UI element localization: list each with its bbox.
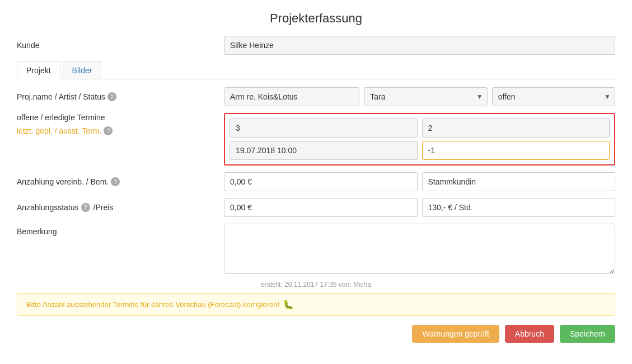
anzahlungsstatus-input[interactable] (224, 198, 418, 217)
artist-select[interactable]: Tara (364, 87, 487, 106)
status-select-wrapper: offen in Bearbeitung abgeschlossen ▼ (492, 87, 615, 106)
bug-icon: 🐛 (283, 299, 294, 310)
kunde-label: Kunde (17, 41, 224, 50)
warning-banner: Bitte Anzahl ausstehender Termine für Ja… (17, 293, 615, 316)
letzt-term-row (230, 141, 610, 160)
status-select[interactable]: offen in Bearbeitung abgeschlossen (492, 87, 615, 106)
proj-name-label: Proj.name / Artist / Status ? (17, 92, 224, 101)
preis-input[interactable] (422, 198, 616, 217)
warnungen-button[interactable]: Warnungen geprüft (412, 325, 499, 343)
bemerkung-input[interactable] (422, 172, 616, 191)
anzahlung-input[interactable] (224, 172, 418, 191)
red-border-section (224, 113, 615, 166)
letzt-term-help-icon[interactable]: ? (104, 126, 113, 135)
offene-termine-input[interactable] (230, 119, 418, 138)
abbruch-button[interactable]: Abbruch (505, 325, 554, 343)
created-info: erstellt: 20.11.2017 17:35 von: Micha (17, 281, 615, 289)
termine-label: offene / erledigte Termine (17, 113, 224, 122)
letzt-gepl-input[interactable] (230, 141, 418, 160)
proj-name-help-icon[interactable]: ? (107, 92, 116, 101)
tab-projekt[interactable]: Projekt (17, 62, 60, 79)
bottom-buttons: Warnungen geprüft Abbruch Speichern (17, 325, 615, 343)
anzahlung-label: Anzahlung vereinb. / Bem. ? (17, 177, 224, 186)
erledigte-termine-input[interactable] (422, 119, 610, 138)
bemerkung-textarea[interactable] (224, 224, 615, 274)
tab-bilder[interactable]: Bilder (63, 62, 102, 79)
page-title: Projekterfassung (17, 11, 615, 26)
anzahlungsstatus-label: Anzahlungsstatus ? /Preis (17, 203, 224, 212)
speichern-button[interactable]: Speichern (560, 325, 615, 343)
warning-text: Bitte Anzahl ausstehender Termine für Ja… (26, 300, 279, 309)
letzt-term-label: letzt. gepl. / ausst. Term. ? (17, 126, 224, 135)
bemerkung-textarea-label: Bemerkung (17, 224, 224, 236)
proj-name-input[interactable] (224, 87, 359, 106)
tabs-container: Projekt Bilder (17, 62, 615, 79)
termine-row (230, 119, 610, 138)
kunde-input[interactable] (224, 36, 615, 55)
anzahlungsstatus-help-icon[interactable]: ? (81, 203, 90, 212)
anzahlung-help-icon[interactable]: ? (111, 177, 120, 186)
artist-select-wrapper: Tara ▼ (364, 87, 487, 106)
ausst-term-input[interactable] (422, 141, 610, 160)
